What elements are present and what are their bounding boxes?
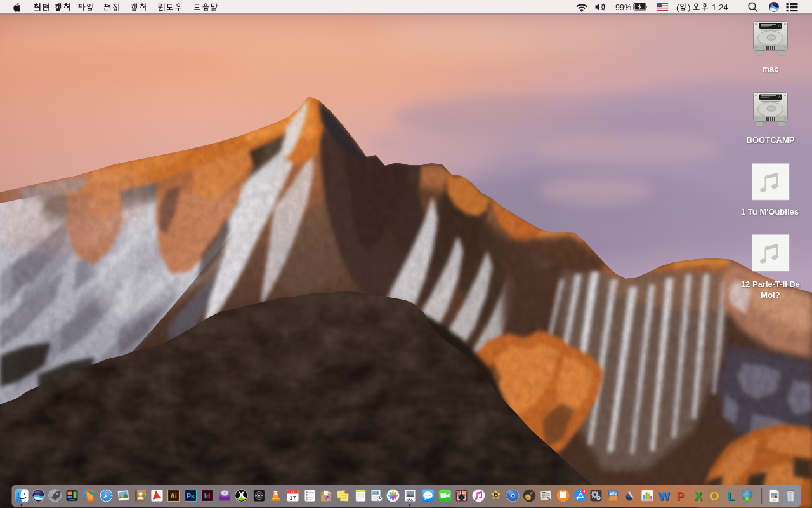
svg-text:Id: Id	[204, 492, 210, 500]
svg-text:Ps: Ps	[187, 492, 195, 500]
svg-text:L: L	[727, 490, 735, 503]
svg-text:O: O	[710, 490, 719, 503]
svg-text:Q: Q	[327, 496, 330, 500]
svg-text:W: W	[658, 490, 669, 503]
svg-text:X: X	[694, 490, 702, 503]
svg-text:Note: Note	[344, 491, 350, 494]
svg-text:MP4: MP4	[773, 499, 777, 502]
svg-text:P: P	[677, 490, 685, 503]
svg-text:Ai: Ai	[170, 492, 177, 500]
svg-text:17: 17	[289, 494, 296, 501]
